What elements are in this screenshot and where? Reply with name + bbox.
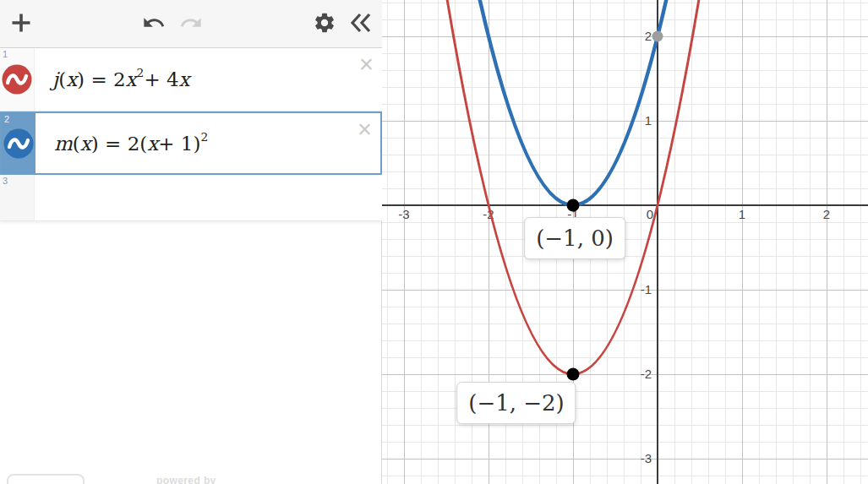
double-chevron-left-icon bbox=[348, 25, 374, 38]
delete-expression-button[interactable]: × bbox=[359, 52, 374, 77]
svg-text:-3: -3 bbox=[398, 207, 409, 221]
gear-icon bbox=[313, 24, 336, 37]
expression-number: 2 bbox=[4, 114, 9, 124]
expression-row-2[interactable]: 2m(x) = 2(x + 1)2× bbox=[0, 111, 382, 175]
expression-latex[interactable]: m(x) = 2(x + 1)2 bbox=[35, 113, 380, 173]
expression-number: 3 bbox=[3, 176, 8, 186]
function-color-icon[interactable] bbox=[3, 128, 34, 159]
expression-latex[interactable]: j(x) = 2x2 + 4x bbox=[34, 48, 382, 111]
expression-row-1[interactable]: 1j(x) = 2x2 + 4x× bbox=[0, 48, 382, 111]
undo-arrow-icon bbox=[141, 24, 167, 37]
graph-canvas[interactable]: -3-2-101221-1-2-3 (−1, 0)(−1, −2) bbox=[382, 0, 868, 484]
expression-number: 1 bbox=[3, 49, 8, 59]
point-coordinate-label: (−1, 0) bbox=[524, 217, 625, 259]
redo-arrow-icon bbox=[178, 24, 204, 37]
keyboard-button[interactable] bbox=[7, 474, 85, 484]
svg-text:-3: -3 bbox=[641, 451, 652, 465]
svg-text:1: 1 bbox=[645, 113, 652, 128]
svg-text:2: 2 bbox=[823, 207, 830, 221]
intercept-point[interactable] bbox=[652, 31, 663, 42]
add-expression-button[interactable] bbox=[8, 10, 35, 37]
collapse-panel-button[interactable] bbox=[347, 10, 375, 37]
svg-text:0: 0 bbox=[647, 207, 653, 221]
vertex-point[interactable] bbox=[567, 199, 580, 212]
plus-icon bbox=[8, 25, 34, 38]
redo-button[interactable] bbox=[177, 11, 205, 36]
settings-gear-button[interactable] bbox=[312, 11, 337, 36]
expression-row-empty[interactable]: 3 bbox=[0, 175, 382, 221]
expression-list: 1j(x) = 2x2 + 4x×2m(x) = 2(x + 1)2×3 bbox=[0, 48, 382, 221]
expression-panel: 1j(x) = 2x2 + 4x×2m(x) = 2(x + 1)2×3 pow… bbox=[0, 0, 382, 484]
svg-text:-1: -1 bbox=[641, 282, 652, 296]
desmos-calculator: 1j(x) = 2x2 + 4x×2m(x) = 2(x + 1)2×3 pow… bbox=[0, 0, 868, 484]
undo-button[interactable] bbox=[140, 11, 167, 36]
point-coordinate-label: (−1, −2) bbox=[456, 382, 576, 424]
svg-text:1: 1 bbox=[739, 207, 745, 221]
function-color-icon[interactable] bbox=[2, 64, 32, 95]
expression-toolbar bbox=[0, 0, 382, 48]
svg-text:-2: -2 bbox=[641, 367, 652, 381]
delete-expression-button[interactable]: × bbox=[358, 117, 372, 142]
powered-by-text: powered by bbox=[156, 475, 216, 484]
vertex-point[interactable] bbox=[567, 368, 580, 381]
svg-text:2: 2 bbox=[645, 29, 652, 43]
row-gutter: 3 bbox=[0, 175, 35, 220]
